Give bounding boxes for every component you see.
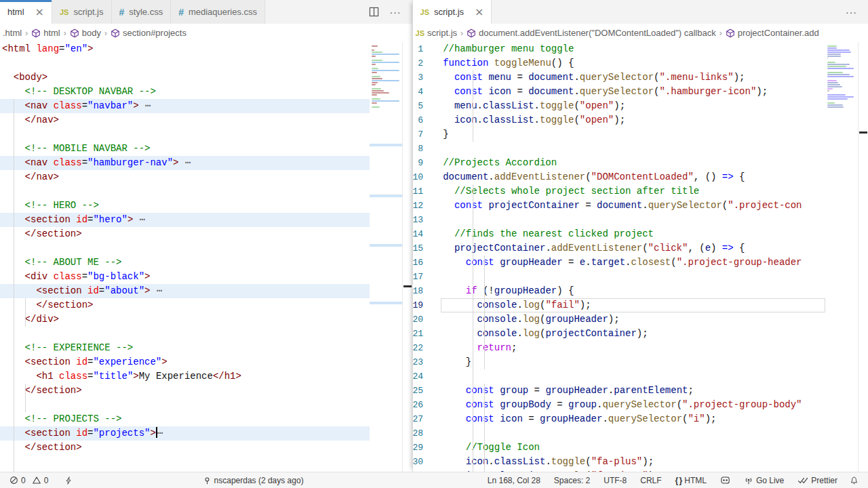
breadcrumb-item[interactable]: JSscript.js: [416, 28, 458, 38]
code-line[interactable]: </section>: [0, 384, 370, 398]
code-line[interactable]: <!-- EXPERIENCE -->: [0, 341, 370, 355]
code-line[interactable]: //Toggle Icon: [441, 441, 825, 455]
code-line[interactable]: <nav class="hamburger-nav"> ⋯: [0, 156, 370, 170]
code-line[interactable]: [0, 184, 370, 199]
code-line[interactable]: const icon = document.querySelector(".ha…: [441, 85, 825, 99]
minimap[interactable]: [370, 42, 402, 472]
code-line[interactable]: //finds the nearest clicked project: [441, 227, 825, 241]
code-line[interactable]: menu.classList.toggle("open");: [441, 99, 825, 113]
code-line[interactable]: const icon = groupHeader.querySelector("…: [441, 412, 825, 426]
code-line[interactable]: <!-- ABOUT ME -->: [0, 256, 370, 270]
close-icon[interactable]: ×: [475, 7, 484, 18]
code-line[interactable]: [0, 241, 370, 256]
code-line[interactable]: [441, 426, 825, 441]
editor-right[interactable]: 1234567891011121314151617181920212223242…: [413, 42, 868, 472]
code-line[interactable]: <!-- DESKTOP NAVBAR -->: [0, 85, 370, 99]
code-line[interactable]: [0, 398, 370, 412]
code-line[interactable]: <body>: [0, 70, 370, 85]
breadcrumb-item[interactable]: html: [31, 28, 60, 38]
overview-ruler[interactable]: [402, 42, 412, 472]
code-line[interactable]: console.log(projectContainer);: [441, 327, 825, 341]
code-line[interactable]: [441, 369, 825, 384]
code-line[interactable]: <section id="about"> ⋯: [0, 284, 370, 298]
close-icon[interactable]: ×: [35, 7, 44, 18]
code-line[interactable]: </section>: [0, 298, 370, 312]
code-line[interactable]: //Projects Accordion: [441, 156, 825, 170]
github-status[interactable]: [716, 476, 734, 485]
code-line[interactable]: </nav>: [0, 113, 370, 127]
code-line[interactable]: const group = groupHeader.parentElement;: [441, 384, 825, 398]
tab-script-js[interactable]: JSscript.js: [52, 0, 112, 24]
code-line[interactable]: //hamburger menu toggle: [441, 42, 825, 56]
breadcrumb-item[interactable]: .html: [3, 28, 22, 38]
code-line[interactable]: <nav class="navbar"> ⋯: [0, 99, 370, 113]
code-line[interactable]: <section id="projects">⋯: [0, 426, 370, 441]
problems-indicator[interactable]: 0 0: [5, 476, 52, 485]
code-line[interactable]: [0, 127, 370, 142]
prettier-status[interactable]: Prettier: [793, 476, 842, 485]
more-actions-icon[interactable]: ···: [846, 7, 857, 18]
code-line[interactable]: const menu = document.querySelector(".me…: [441, 70, 825, 85]
code-line[interactable]: </section>: [0, 227, 370, 241]
breadcrumb-item[interactable]: document.addEventListener("DOMContentLoa…: [467, 28, 716, 38]
code-line[interactable]: [441, 142, 825, 156]
code-line[interactable]: <html lang="en">: [0, 42, 370, 56]
code-line[interactable]: icon.classList.toggle("fa-plus");: [441, 455, 825, 469]
breadcrumb-item[interactable]: section#projects: [111, 28, 186, 38]
code-line[interactable]: return;: [441, 341, 825, 355]
code-line[interactable]: const groupHeader = e.target.closest(".p…: [441, 256, 825, 270]
cursor-position[interactable]: Ln 168, Col 28: [484, 476, 545, 485]
tab-html[interactable]: html×: [0, 0, 52, 24]
code-area-js[interactable]: //hamburger menu togglefunction toggleMe…: [441, 42, 825, 472]
code-line[interactable]: if (!groupHeader) {: [441, 284, 825, 298]
code-line[interactable]: const projectContainer = document.queryS…: [441, 199, 825, 213]
code-line[interactable]: }: [441, 127, 825, 142]
minimap[interactable]: [825, 42, 858, 472]
code-line[interactable]: <section id="hero"> ⋯: [0, 213, 370, 227]
language-mode[interactable]: { } HTML: [671, 476, 711, 485]
tab-style-css[interactable]: #style.css: [112, 0, 172, 24]
tab-script-js[interactable]: JSscript.js×: [413, 0, 492, 24]
split-editor-icon[interactable]: [369, 7, 379, 17]
code-line[interactable]: [441, 213, 825, 227]
encoding[interactable]: UTF-8: [599, 476, 631, 485]
breadcrumb-item[interactable]: body: [70, 28, 101, 38]
overview-ruler[interactable]: [858, 42, 868, 472]
code-line[interactable]: </nav>: [0, 170, 370, 184]
code-line[interactable]: <!-- CONTACT -->: [0, 469, 370, 472]
code-line[interactable]: <div class="bg-black">: [0, 270, 370, 284]
go-live[interactable]: Go Live: [740, 476, 788, 485]
tab-mediaqueries-css[interactable]: #mediaqueries.css: [171, 0, 265, 24]
code-line[interactable]: console.log("fail");: [441, 298, 825, 312]
code-line[interactable]: <!-- MOBILE NAVBAR -->: [0, 142, 370, 156]
code-line[interactable]: [0, 327, 370, 341]
code-area-html[interactable]: <html lang="en"> <body> <!-- DESKTOP NAV…: [0, 42, 370, 472]
code-line[interactable]: console.log(groupHeader);: [441, 312, 825, 327]
eol-sequence[interactable]: CRLF: [636, 476, 665, 485]
editor-left[interactable]: <html lang="en"> <body> <!-- DESKTOP NAV…: [0, 42, 412, 472]
code-line[interactable]: document.addEventListener("DOMContentLoa…: [441, 170, 825, 184]
code-line[interactable]: icon.classList.toggle("open");: [441, 113, 825, 127]
indentation[interactable]: Spaces: 2: [550, 476, 594, 485]
code-line[interactable]: [441, 270, 825, 284]
notifications[interactable]: [846, 476, 863, 485]
code-line[interactable]: projectContainer.addEventListener("click…: [441, 241, 825, 256]
git-blame[interactable]: nscaperdas (2 days ago): [199, 476, 308, 485]
code-line[interactable]: [0, 56, 370, 70]
power-status[interactable]: [60, 476, 77, 485]
code-line[interactable]: <section id="experience">: [0, 355, 370, 369]
code-line[interactable]: <!-- PROJECTS -->: [0, 412, 370, 426]
code-line[interactable]: }: [441, 355, 825, 369]
code-line[interactable]: function toggleMenu() {: [441, 56, 825, 70]
code-line[interactable]: //Selects whole project section after ti…: [441, 184, 825, 199]
code-line[interactable]: const groupBody = group.querySelector(".…: [441, 398, 825, 412]
code-line[interactable]: [0, 455, 370, 469]
code-line[interactable]: <h1 class="title">My Experience</h1>: [0, 369, 370, 384]
breadcrumb-item[interactable]: projectContainer.add: [726, 28, 819, 38]
code-line[interactable]: <!-- HERO -->: [0, 199, 370, 213]
more-actions-icon[interactable]: ···: [390, 7, 401, 18]
symbol-cube-icon: [467, 28, 476, 38]
code-line[interactable]: icon.classList.toggle("fa-minus");: [441, 469, 825, 472]
code-line[interactable]: </div>: [0, 312, 370, 327]
code-line[interactable]: </section>: [0, 441, 370, 455]
